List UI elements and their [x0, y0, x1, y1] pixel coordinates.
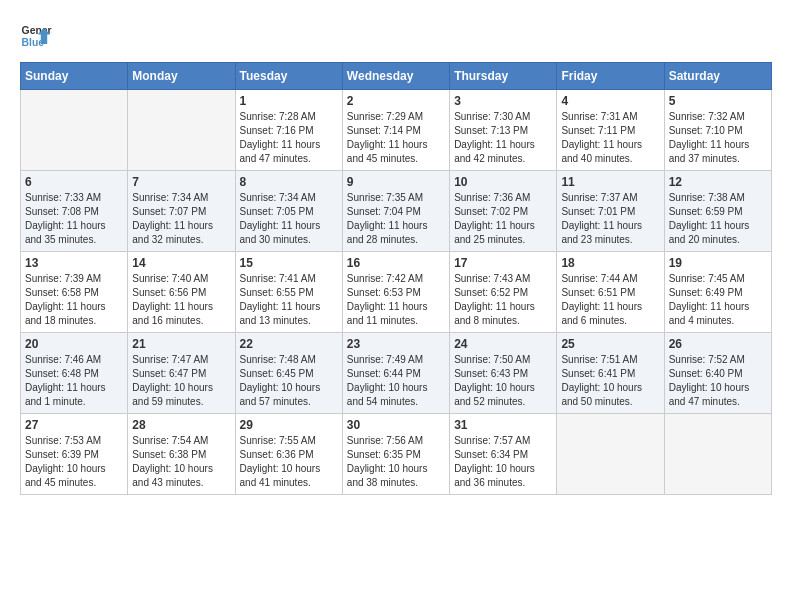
day-number: 19	[669, 256, 767, 270]
day-number: 20	[25, 337, 123, 351]
calendar-cell: 26Sunrise: 7:52 AM Sunset: 6:40 PM Dayli…	[664, 333, 771, 414]
calendar-cell	[128, 90, 235, 171]
day-info: Sunrise: 7:46 AM Sunset: 6:48 PM Dayligh…	[25, 353, 123, 409]
logo: General Blue	[20, 20, 52, 52]
calendar-cell: 14Sunrise: 7:40 AM Sunset: 6:56 PM Dayli…	[128, 252, 235, 333]
calendar-cell: 19Sunrise: 7:45 AM Sunset: 6:49 PM Dayli…	[664, 252, 771, 333]
day-number: 23	[347, 337, 445, 351]
calendar-cell: 31Sunrise: 7:57 AM Sunset: 6:34 PM Dayli…	[450, 414, 557, 495]
day-info: Sunrise: 7:36 AM Sunset: 7:02 PM Dayligh…	[454, 191, 552, 247]
day-info: Sunrise: 7:41 AM Sunset: 6:55 PM Dayligh…	[240, 272, 338, 328]
calendar-cell: 3Sunrise: 7:30 AM Sunset: 7:13 PM Daylig…	[450, 90, 557, 171]
calendar-cell: 28Sunrise: 7:54 AM Sunset: 6:38 PM Dayli…	[128, 414, 235, 495]
day-number: 13	[25, 256, 123, 270]
calendar-cell: 18Sunrise: 7:44 AM Sunset: 6:51 PM Dayli…	[557, 252, 664, 333]
day-info: Sunrise: 7:28 AM Sunset: 7:16 PM Dayligh…	[240, 110, 338, 166]
calendar-cell: 30Sunrise: 7:56 AM Sunset: 6:35 PM Dayli…	[342, 414, 449, 495]
page-header: General Blue	[20, 20, 772, 52]
weekday-header-thursday: Thursday	[450, 63, 557, 90]
calendar-cell: 5Sunrise: 7:32 AM Sunset: 7:10 PM Daylig…	[664, 90, 771, 171]
calendar-table: SundayMondayTuesdayWednesdayThursdayFrid…	[20, 62, 772, 495]
calendar-cell: 17Sunrise: 7:43 AM Sunset: 6:52 PM Dayli…	[450, 252, 557, 333]
day-number: 22	[240, 337, 338, 351]
day-number: 25	[561, 337, 659, 351]
day-number: 6	[25, 175, 123, 189]
calendar-cell	[21, 90, 128, 171]
day-info: Sunrise: 7:44 AM Sunset: 6:51 PM Dayligh…	[561, 272, 659, 328]
day-number: 5	[669, 94, 767, 108]
day-number: 7	[132, 175, 230, 189]
weekday-header-tuesday: Tuesday	[235, 63, 342, 90]
calendar-cell: 11Sunrise: 7:37 AM Sunset: 7:01 PM Dayli…	[557, 171, 664, 252]
day-info: Sunrise: 7:39 AM Sunset: 6:58 PM Dayligh…	[25, 272, 123, 328]
calendar-cell: 15Sunrise: 7:41 AM Sunset: 6:55 PM Dayli…	[235, 252, 342, 333]
weekday-header-sunday: Sunday	[21, 63, 128, 90]
day-info: Sunrise: 7:43 AM Sunset: 6:52 PM Dayligh…	[454, 272, 552, 328]
calendar-cell	[557, 414, 664, 495]
day-info: Sunrise: 7:57 AM Sunset: 6:34 PM Dayligh…	[454, 434, 552, 490]
day-info: Sunrise: 7:37 AM Sunset: 7:01 PM Dayligh…	[561, 191, 659, 247]
day-number: 17	[454, 256, 552, 270]
day-number: 15	[240, 256, 338, 270]
day-number: 9	[347, 175, 445, 189]
calendar-cell: 1Sunrise: 7:28 AM Sunset: 7:16 PM Daylig…	[235, 90, 342, 171]
day-number: 29	[240, 418, 338, 432]
calendar-cell: 23Sunrise: 7:49 AM Sunset: 6:44 PM Dayli…	[342, 333, 449, 414]
calendar-cell	[664, 414, 771, 495]
day-number: 26	[669, 337, 767, 351]
calendar-cell: 7Sunrise: 7:34 AM Sunset: 7:07 PM Daylig…	[128, 171, 235, 252]
day-number: 21	[132, 337, 230, 351]
day-number: 31	[454, 418, 552, 432]
calendar-cell: 4Sunrise: 7:31 AM Sunset: 7:11 PM Daylig…	[557, 90, 664, 171]
day-info: Sunrise: 7:29 AM Sunset: 7:14 PM Dayligh…	[347, 110, 445, 166]
day-number: 24	[454, 337, 552, 351]
calendar-cell: 2Sunrise: 7:29 AM Sunset: 7:14 PM Daylig…	[342, 90, 449, 171]
day-info: Sunrise: 7:49 AM Sunset: 6:44 PM Dayligh…	[347, 353, 445, 409]
day-number: 3	[454, 94, 552, 108]
calendar-cell: 9Sunrise: 7:35 AM Sunset: 7:04 PM Daylig…	[342, 171, 449, 252]
day-info: Sunrise: 7:53 AM Sunset: 6:39 PM Dayligh…	[25, 434, 123, 490]
day-info: Sunrise: 7:32 AM Sunset: 7:10 PM Dayligh…	[669, 110, 767, 166]
calendar-cell: 12Sunrise: 7:38 AM Sunset: 6:59 PM Dayli…	[664, 171, 771, 252]
day-info: Sunrise: 7:48 AM Sunset: 6:45 PM Dayligh…	[240, 353, 338, 409]
day-info: Sunrise: 7:31 AM Sunset: 7:11 PM Dayligh…	[561, 110, 659, 166]
calendar-cell: 27Sunrise: 7:53 AM Sunset: 6:39 PM Dayli…	[21, 414, 128, 495]
day-info: Sunrise: 7:38 AM Sunset: 6:59 PM Dayligh…	[669, 191, 767, 247]
day-number: 18	[561, 256, 659, 270]
day-number: 2	[347, 94, 445, 108]
calendar-cell: 16Sunrise: 7:42 AM Sunset: 6:53 PM Dayli…	[342, 252, 449, 333]
weekday-header-saturday: Saturday	[664, 63, 771, 90]
calendar-cell: 25Sunrise: 7:51 AM Sunset: 6:41 PM Dayli…	[557, 333, 664, 414]
calendar-cell: 13Sunrise: 7:39 AM Sunset: 6:58 PM Dayli…	[21, 252, 128, 333]
calendar-cell: 21Sunrise: 7:47 AM Sunset: 6:47 PM Dayli…	[128, 333, 235, 414]
day-info: Sunrise: 7:33 AM Sunset: 7:08 PM Dayligh…	[25, 191, 123, 247]
day-info: Sunrise: 7:30 AM Sunset: 7:13 PM Dayligh…	[454, 110, 552, 166]
day-info: Sunrise: 7:47 AM Sunset: 6:47 PM Dayligh…	[132, 353, 230, 409]
day-number: 4	[561, 94, 659, 108]
day-info: Sunrise: 7:40 AM Sunset: 6:56 PM Dayligh…	[132, 272, 230, 328]
calendar-cell: 10Sunrise: 7:36 AM Sunset: 7:02 PM Dayli…	[450, 171, 557, 252]
day-info: Sunrise: 7:54 AM Sunset: 6:38 PM Dayligh…	[132, 434, 230, 490]
day-info: Sunrise: 7:42 AM Sunset: 6:53 PM Dayligh…	[347, 272, 445, 328]
day-info: Sunrise: 7:45 AM Sunset: 6:49 PM Dayligh…	[669, 272, 767, 328]
weekday-header-monday: Monday	[128, 63, 235, 90]
day-number: 12	[669, 175, 767, 189]
day-number: 1	[240, 94, 338, 108]
calendar-cell: 20Sunrise: 7:46 AM Sunset: 6:48 PM Dayli…	[21, 333, 128, 414]
weekday-header-friday: Friday	[557, 63, 664, 90]
day-info: Sunrise: 7:55 AM Sunset: 6:36 PM Dayligh…	[240, 434, 338, 490]
svg-text:General: General	[22, 25, 52, 36]
day-number: 8	[240, 175, 338, 189]
calendar-cell: 22Sunrise: 7:48 AM Sunset: 6:45 PM Dayli…	[235, 333, 342, 414]
logo-icon: General Blue	[20, 20, 52, 52]
day-number: 27	[25, 418, 123, 432]
day-number: 30	[347, 418, 445, 432]
day-number: 10	[454, 175, 552, 189]
calendar-cell: 6Sunrise: 7:33 AM Sunset: 7:08 PM Daylig…	[21, 171, 128, 252]
day-info: Sunrise: 7:50 AM Sunset: 6:43 PM Dayligh…	[454, 353, 552, 409]
day-info: Sunrise: 7:35 AM Sunset: 7:04 PM Dayligh…	[347, 191, 445, 247]
day-info: Sunrise: 7:51 AM Sunset: 6:41 PM Dayligh…	[561, 353, 659, 409]
day-number: 14	[132, 256, 230, 270]
day-info: Sunrise: 7:34 AM Sunset: 7:05 PM Dayligh…	[240, 191, 338, 247]
calendar-cell: 29Sunrise: 7:55 AM Sunset: 6:36 PM Dayli…	[235, 414, 342, 495]
